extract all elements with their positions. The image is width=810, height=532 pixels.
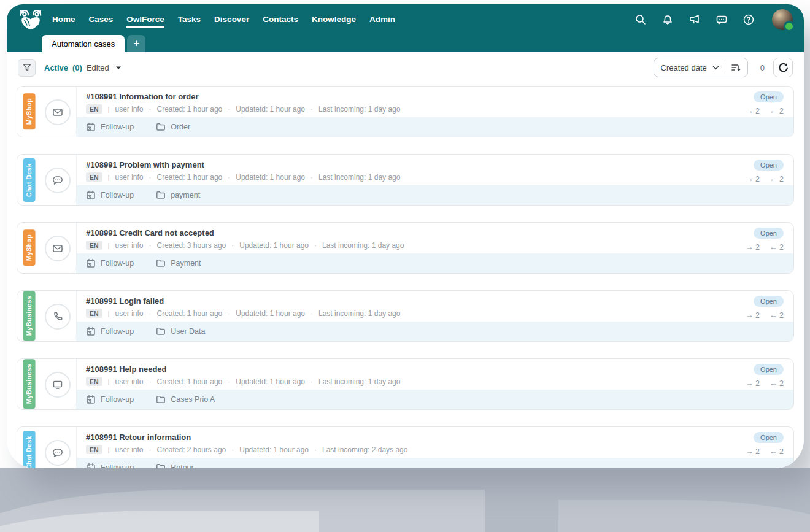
filter-funnel-icon bbox=[23, 63, 31, 72]
mail-channel-icon bbox=[45, 99, 71, 125]
filter-summary-dropdown[interactable]: Active (0) Edited bbox=[44, 63, 122, 72]
followup-label: Follow-up bbox=[101, 395, 134, 404]
language-badge: EN bbox=[86, 172, 102, 182]
case-summary: #108991 Help needed EN | user info · Cre… bbox=[86, 359, 793, 386]
sort-descending-icon bbox=[731, 63, 741, 72]
followup-label: Follow-up bbox=[101, 463, 134, 468]
category-chip: payment bbox=[156, 190, 200, 200]
case-title: #108991 Retour information bbox=[86, 433, 695, 442]
channel-panel: Chat Desk bbox=[17, 427, 77, 468]
nav-item-discover[interactable]: Discover bbox=[214, 12, 249, 28]
separator: · bbox=[231, 445, 234, 454]
user-info: user info bbox=[115, 445, 143, 454]
filter-funnel-button[interactable] bbox=[18, 59, 36, 77]
add-tab-button[interactable]: + bbox=[127, 35, 145, 52]
outgoing-count: → 2 bbox=[746, 311, 760, 320]
chat-channel-icon bbox=[45, 168, 71, 193]
folder-icon bbox=[156, 122, 166, 132]
message-counts: → 2 ← 2 bbox=[746, 447, 784, 456]
workspace-tabs: Automation cases + bbox=[18, 35, 793, 52]
outgoing-count: → 2 bbox=[746, 175, 760, 183]
channel-tag: Chat Desk bbox=[23, 158, 36, 202]
case-card[interactable]: Follow-up User Data MyBusiness bbox=[17, 290, 794, 342]
case-list: Follow-up Order MyShop #108991 Informati… bbox=[7, 83, 804, 468]
status-badge: Open bbox=[754, 364, 784, 375]
user-avatar[interactable] bbox=[772, 9, 793, 30]
nav-item-admin[interactable]: Admin bbox=[369, 12, 395, 28]
separator: | bbox=[108, 242, 110, 249]
folder-icon bbox=[156, 463, 166, 468]
message-counts: → 2 ← 2 bbox=[746, 311, 784, 320]
bell-icon[interactable] bbox=[662, 13, 674, 26]
separator: · bbox=[310, 105, 313, 114]
case-card[interactable]: Follow-up Cases Prio A MyBusiness #10899… bbox=[17, 358, 794, 410]
sort-field-control[interactable]: Created date bbox=[654, 58, 748, 77]
case-footer-band: Follow-up Payment bbox=[76, 253, 793, 273]
last-incoming-time: Last incoming: 1 day ago bbox=[318, 173, 400, 182]
incoming-count: ← 2 bbox=[770, 107, 784, 115]
separator: · bbox=[310, 173, 313, 182]
incoming-count: ← 2 bbox=[770, 311, 784, 320]
megaphone-icon[interactable] bbox=[688, 13, 701, 26]
case-card[interactable]: Follow-up Retour Chat Desk bbox=[17, 426, 794, 468]
separator: · bbox=[228, 309, 230, 318]
followup-label: Follow-up bbox=[101, 327, 134, 336]
user-info: user info bbox=[115, 173, 143, 182]
category-label: Retour bbox=[171, 463, 194, 468]
search-icon[interactable] bbox=[634, 13, 647, 26]
updated-time: Updatetd: 1 hour ago bbox=[236, 377, 305, 386]
last-incoming-time: Last incoming: 1 day ago bbox=[318, 105, 400, 114]
online-status-dot bbox=[784, 21, 795, 32]
followup-calendar-icon bbox=[86, 190, 96, 200]
separator: · bbox=[228, 105, 230, 114]
messages-icon[interactable] bbox=[716, 13, 728, 26]
nav-item-contacts[interactable]: Contacts bbox=[263, 12, 298, 28]
separator: · bbox=[314, 241, 317, 250]
chevron-down-icon bbox=[712, 66, 719, 70]
created-time: Created: 1 hour ago bbox=[156, 309, 222, 318]
case-summary: #108991 Retour information EN | user inf… bbox=[86, 427, 793, 454]
case-card[interactable]: Follow-up Payment MyShop #108991 Credit … bbox=[17, 222, 794, 274]
channel-tag: MyShop bbox=[23, 229, 36, 266]
last-incoming-time: Last incoming: 2 days ago bbox=[322, 445, 407, 454]
channel-tag: MyBusiness bbox=[23, 359, 36, 409]
channel-tag: Chat Desk bbox=[23, 431, 36, 468]
case-card[interactable]: Follow-up payment Chat Desk bbox=[17, 154, 794, 206]
result-count: 0 bbox=[760, 63, 765, 72]
case-card[interactable]: Follow-up Order MyShop #108991 Informati… bbox=[17, 86, 794, 137]
language-badge: EN bbox=[86, 309, 102, 318]
case-meta: EN | user info · Created: 1 hour ago · U… bbox=[86, 104, 695, 114]
separator: | bbox=[108, 446, 110, 453]
updated-time: Updatetd: 1 hour ago bbox=[236, 309, 305, 318]
outgoing-count: → 2 bbox=[746, 379, 760, 388]
message-counts: → 2 ← 2 bbox=[746, 175, 784, 183]
channel-panel: MyBusiness bbox=[17, 359, 77, 409]
refresh-button[interactable] bbox=[773, 58, 793, 77]
created-time: Created: 3 hours ago bbox=[156, 241, 226, 250]
category-label: Order bbox=[171, 123, 190, 131]
refresh-icon bbox=[778, 63, 789, 73]
nav-item-home[interactable]: Home bbox=[52, 12, 75, 28]
updated-time: Updatetd: 1 hour ago bbox=[239, 445, 309, 454]
nav-item-cases[interactable]: Cases bbox=[89, 12, 114, 28]
separator: · bbox=[228, 173, 230, 182]
followup-calendar-icon bbox=[86, 326, 96, 336]
tab-automation-cases[interactable]: Automation cases bbox=[42, 35, 125, 52]
nav-item-knowledge[interactable]: Knowledge bbox=[312, 12, 356, 28]
filter-toolbar: Active (0) Edited Created date 0 bbox=[7, 52, 804, 83]
nav-item-tasks[interactable]: Tasks bbox=[178, 12, 201, 28]
followup-chip: Follow-up bbox=[86, 326, 134, 336]
nav-item-owlforce[interactable]: OwlForce bbox=[126, 12, 164, 28]
last-incoming-time: Last incoming: 1 day ago bbox=[318, 377, 400, 386]
channel-panel: Chat Desk bbox=[17, 155, 77, 205]
case-title: #108991 Information for order bbox=[86, 92, 695, 101]
category-label: User Data bbox=[171, 327, 205, 336]
case-footer-band: Follow-up payment bbox=[76, 185, 793, 205]
case-meta: EN | user info · Created: 1 hour ago · U… bbox=[86, 377, 695, 386]
status-badge: Open bbox=[754, 228, 784, 239]
header-icon-group bbox=[634, 9, 793, 30]
help-icon[interactable] bbox=[742, 13, 755, 26]
filter-count: (0) bbox=[72, 63, 82, 72]
filter-name: Active bbox=[44, 63, 68, 72]
owl-logo[interactable] bbox=[18, 9, 44, 31]
